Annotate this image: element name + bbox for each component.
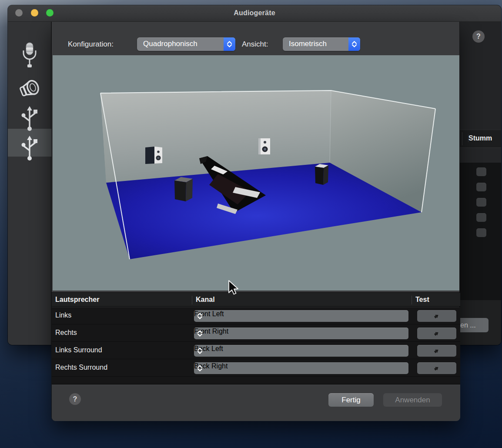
- room-3d-viewport[interactable]: [53, 55, 459, 291]
- table-row: Links Surround Back Left: [52, 342, 460, 359]
- window-title: Audiogeräte: [8, 9, 501, 17]
- test-speaker-button[interactable]: [417, 328, 456, 339]
- table-row: Rechts Front Right: [52, 324, 460, 342]
- titlebar[interactable]: Audiogeräte: [8, 5, 501, 22]
- mute-header-label: Stumm: [468, 134, 492, 142]
- help-icon[interactable]: ?: [472, 30, 485, 43]
- popup-stepper: [348, 37, 360, 51]
- view-popup[interactable]: Isometrisch: [283, 37, 360, 51]
- table-row: Rechts Surround Back Right: [52, 359, 460, 377]
- view-label: Ansicht:: [242, 40, 268, 49]
- speaker-name: Links Surround: [55, 346, 102, 354]
- speaker-test-icon: [433, 364, 440, 371]
- speaker-rear-right-3d: [315, 164, 328, 185]
- mute-checkbox[interactable]: [476, 228, 486, 237]
- mute-checkbox[interactable]: [476, 198, 486, 207]
- mute-checkbox-column: [460, 163, 501, 300]
- column-divider: [462, 132, 462, 145]
- device-sidebar: + −: [8, 22, 51, 345]
- configuration-value: Quadrophonisch: [143, 40, 197, 48]
- column-header-test: Test: [412, 296, 429, 304]
- sheet-footer: ? Fertig Anwenden: [52, 384, 460, 421]
- usb-icon-selected[interactable]: [8, 135, 51, 164]
- test-speaker-button[interactable]: [417, 310, 456, 322]
- chevron-up-down-icon: [196, 364, 204, 372]
- room-3d-render: [53, 55, 459, 291]
- chevron-up-down-icon: [196, 329, 204, 338]
- channel-popup[interactable]: Back Left: [194, 345, 408, 357]
- channel-popup[interactable]: Front Right: [194, 328, 408, 339]
- test-speaker-button[interactable]: [417, 345, 456, 357]
- desktop: Audiogeräte: [0, 0, 502, 448]
- channel-popup[interactable]: Front Left: [194, 310, 408, 322]
- done-button[interactable]: Fertig: [328, 393, 374, 407]
- mute-checkbox[interactable]: [476, 167, 486, 176]
- speaker-front-right-3d: [258, 138, 270, 154]
- table-subheader-band: [460, 148, 501, 163]
- speaker-icon[interactable]: [8, 76, 51, 104]
- speaker-front-left-3d: [145, 147, 162, 164]
- channel-popup[interactable]: Back Right: [194, 362, 408, 374]
- speaker-name: Rechts Surround: [55, 364, 107, 371]
- configuration-label: Konfiguration:: [68, 40, 114, 49]
- mute-checkbox[interactable]: [476, 213, 486, 222]
- view-value: Isometrisch: [289, 40, 327, 48]
- table-row: Links Front Left: [52, 307, 460, 324]
- speaker-test-icon: [433, 347, 440, 354]
- speaker-name: Links: [55, 311, 71, 319]
- speaker-name: Rechts: [55, 329, 77, 337]
- popup-stepper: [224, 37, 235, 51]
- chevron-up-down-icon: [196, 312, 204, 320]
- speaker-configuration-sheet: Konfiguration: Quadrophonisch Ansicht: I…: [51, 22, 460, 421]
- mute-column-header: Stumm: [460, 130, 501, 148]
- microphone-icon[interactable]: [8, 42, 51, 72]
- mute-checkbox[interactable]: [476, 183, 486, 191]
- speaker-test-icon: [433, 312, 440, 319]
- column-header-speaker: Lautsprecher: [55, 296, 99, 304]
- apply-button[interactable]: Anwenden: [383, 393, 442, 407]
- speaker-rear-left-3d: [174, 177, 193, 201]
- mouse-cursor: [228, 280, 239, 297]
- configuration-popup[interactable]: Quadrophonisch: [137, 37, 235, 51]
- chevron-up-down-icon: [225, 40, 234, 48]
- speaker-test-icon: [433, 330, 440, 337]
- column-header-channel: Kanal: [192, 296, 215, 304]
- help-icon[interactable]: ?: [69, 393, 81, 405]
- test-speaker-button[interactable]: [417, 362, 456, 374]
- usb-icon[interactable]: [8, 105, 51, 134]
- chevron-up-down-icon: [196, 347, 204, 355]
- speaker-table-header: Lautsprecher Kanal Test: [52, 292, 460, 307]
- chevron-up-down-icon: [350, 40, 358, 48]
- speaker-table: Links Front Left Re: [52, 307, 460, 384]
